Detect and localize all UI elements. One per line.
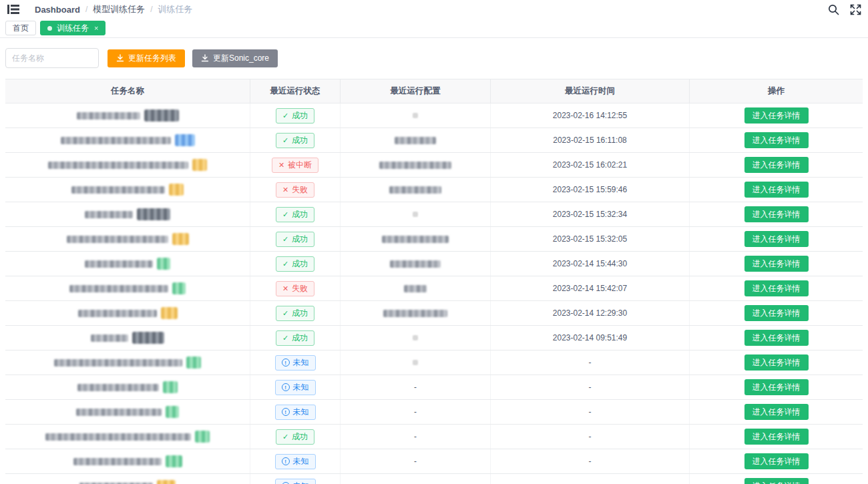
menu-fold-icon[interactable] — [7, 3, 20, 15]
time-cell: 2023-02-14 09:51:49 — [491, 326, 690, 350]
redacted-task-name — [48, 162, 188, 169]
enter-task-detail-button[interactable]: 进入任务详情 — [744, 330, 809, 346]
redacted-yellow-tag — [157, 480, 176, 484]
task-name-input[interactable] — [5, 48, 99, 68]
redacted-task-name — [67, 236, 168, 243]
status-cell: ✓成功 — [250, 301, 341, 325]
enter-task-detail-button[interactable]: 进入任务详情 — [744, 132, 809, 148]
action-cell: 进入任务详情 — [690, 326, 863, 350]
action-cell: 进入任务详情 — [690, 375, 863, 399]
config-cell — [341, 227, 491, 251]
run-time: - — [589, 407, 592, 417]
breadcrumb: Dashboard / 模型训练任务 / 训练任务 — [35, 3, 193, 15]
enter-task-detail-button[interactable]: 进入任务详情 — [744, 182, 809, 198]
check-icon: ✓ — [282, 236, 288, 243]
config-cell: - — [341, 449, 491, 473]
time-cell: 2023-02-14 12:29:30 — [491, 301, 690, 325]
enter-task-detail-button[interactable]: 进入任务详情 — [744, 404, 809, 420]
info-icon: ! — [282, 383, 290, 391]
status-cell: ✓成功 — [250, 252, 341, 276]
run-time: 2023-02-14 09:51:49 — [553, 333, 627, 342]
enter-task-detail-button[interactable]: 进入任务详情 — [744, 157, 809, 173]
enter-task-detail-button[interactable]: 进入任务详情 — [744, 231, 809, 247]
enter-task-detail-button[interactable]: 进入任务详情 — [744, 107, 809, 124]
redacted-config — [413, 212, 418, 217]
redacted-green-tag — [172, 282, 186, 294]
download-icon — [201, 54, 209, 62]
status-cell: ✓成功 — [250, 425, 341, 449]
table-row: !未知--进入任务详情 — [5, 375, 863, 400]
update-sonic-core-button[interactable]: 更新Sonic_core — [192, 49, 278, 67]
status-cell: ✕被中断 — [250, 153, 341, 177]
run-time: 2023-02-14 12:29:30 — [553, 308, 627, 318]
task-name-cell — [5, 326, 250, 350]
update-task-list-button[interactable]: 更新任务列表 — [107, 49, 185, 67]
check-icon: ✓ — [282, 112, 288, 119]
breadcrumb-model-training[interactable]: 模型训练任务 — [93, 3, 145, 15]
table-header-row: 任务名称最近运行状态最近运行配置最近运行时间操作 — [5, 79, 863, 103]
config-cell — [341, 202, 491, 226]
redacted-task-name — [61, 137, 171, 144]
enter-task-detail-button[interactable]: 进入任务详情 — [744, 429, 809, 445]
enter-task-detail-button[interactable]: 进入任务详情 — [744, 280, 809, 296]
fullscreen-icon[interactable] — [850, 4, 861, 15]
check-icon: ✓ — [282, 137, 288, 144]
status-label: 成功 — [292, 431, 308, 443]
update-sonic-core-label: 更新Sonic_core — [213, 53, 269, 64]
column-header: 任务名称 — [5, 79, 250, 103]
config-cell — [341, 128, 491, 152]
enter-task-detail-button[interactable]: 进入任务详情 — [744, 354, 809, 371]
enter-task-detail-button[interactable]: 进入任务详情 — [744, 478, 809, 484]
redacted-gray-tag — [137, 208, 170, 220]
action-cell: 进入任务详情 — [690, 227, 863, 251]
enter-task-detail-button[interactable]: 进入任务详情 — [744, 305, 809, 321]
navbar-actions — [828, 4, 861, 15]
tab-training-tasks[interactable]: 训练任务 × — [40, 21, 105, 35]
enter-task-detail-button[interactable]: 进入任务详情 — [744, 379, 809, 395]
redacted-task-name — [85, 260, 153, 268]
tag-bar: 首页 训练任务 × — [0, 19, 868, 38]
action-cell: 进入任务详情 — [690, 276, 863, 300]
config-cell: - — [341, 425, 491, 449]
status-badge-success: ✓成功 — [276, 108, 314, 124]
enter-task-detail-button[interactable]: 进入任务详情 — [744, 206, 809, 222]
tab-training-tasks-label: 训练任务 — [57, 23, 89, 34]
run-time: - — [589, 383, 592, 392]
enter-task-detail-button[interactable]: 进入任务详情 — [744, 256, 809, 272]
run-time: 2023-02-15 15:32:05 — [553, 234, 627, 244]
redacted-config — [413, 360, 418, 365]
redacted-green-tag — [163, 381, 178, 393]
status-label: 成功 — [292, 308, 308, 319]
redacted-task-name — [76, 409, 162, 416]
search-icon[interactable] — [828, 4, 839, 15]
run-time: 2023-02-14 15:44:30 — [553, 259, 627, 268]
status-cell: ✓成功 — [250, 128, 341, 152]
close-tab-icon[interactable]: × — [94, 25, 98, 32]
redacted-task-name — [71, 186, 165, 194]
breadcrumb-separator: / — [150, 5, 152, 14]
status-badge-success: ✓成功 — [276, 306, 314, 321]
config-cell — [341, 301, 491, 325]
status-badge-unknown: !未知 — [275, 454, 316, 469]
enter-task-detail-button[interactable]: 进入任务详情 — [744, 453, 809, 469]
status-cell: ✓成功 — [250, 227, 341, 251]
task-name-cell — [5, 449, 250, 473]
redacted-config — [383, 310, 447, 317]
redacted-green-tag — [195, 431, 210, 443]
redacted-green-tag — [166, 406, 179, 418]
config-cell — [341, 252, 491, 276]
status-label: 失败 — [292, 283, 308, 294]
config-cell — [341, 178, 491, 202]
info-icon: ! — [282, 457, 290, 465]
tab-home[interactable]: 首页 — [5, 21, 36, 35]
breadcrumb-dashboard[interactable]: Dashboard — [35, 5, 80, 15]
time-cell: - — [491, 425, 690, 449]
table-row: ✓成功2023-02-14 12:29:30进入任务详情 — [5, 301, 863, 326]
status-badge-interrupted: ✕被中断 — [272, 158, 318, 173]
redacted-config — [379, 162, 451, 169]
task-name-cell — [5, 128, 250, 152]
run-time: 2023-02-15 15:32:34 — [553, 210, 627, 219]
task-name-cell — [5, 425, 250, 449]
time-cell: - — [491, 449, 690, 473]
cross-icon: ✕ — [282, 186, 288, 194]
